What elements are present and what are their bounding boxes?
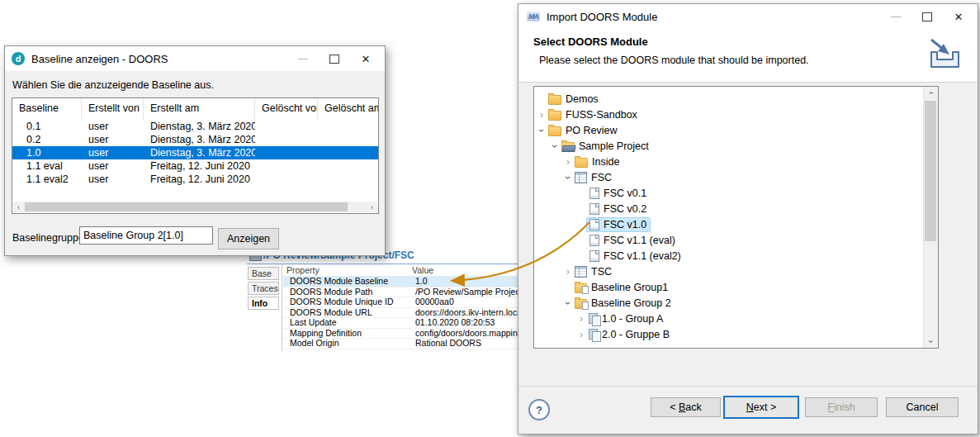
column-header-erstellt-am: Erstellt am: [144, 98, 255, 120]
baseline-set-icon: [589, 313, 598, 324]
maximize-icon[interactable]: [319, 48, 350, 69]
close-icon[interactable]: ✕: [943, 6, 974, 27]
tree-item-tsc[interactable]: › TSC: [534, 264, 924, 279]
property-row-baseline[interactable]: DOORS Module Baseline 1.0: [283, 276, 520, 287]
tree-item-fsc-v11-eval[interactable]: FSC v1.1 (eval): [534, 232, 924, 248]
import-module-icon: [925, 34, 963, 74]
baseline-anzeigen-dialog: d Baseline anzeigen - DOORS — ✕ Wählen S…: [4, 45, 386, 256]
chevron-right-icon[interactable]: ›: [575, 329, 587, 340]
column-header-baseline: Baseline: [12, 98, 82, 120]
value-column-header: Value: [412, 265, 520, 276]
scroll-right-icon[interactable]: ›: [367, 202, 377, 212]
baseline-document-icon: [589, 188, 599, 199]
tree-item-fsc[interactable]: › FSC: [534, 169, 924, 185]
doors-app-icon: d: [12, 52, 25, 65]
column-header-geloescht-von: Gelöscht von: [255, 98, 318, 120]
property-row-path[interactable]: DOORS Module Path /PO Review/Sample Proj…: [283, 287, 520, 298]
baseline-group-icon: [575, 299, 587, 309]
baseline-document-icon: [589, 250, 599, 262]
folder-icon: [548, 111, 561, 121]
help-icon[interactable]: ?: [528, 399, 550, 420]
property-row-origin[interactable]: Model Origin Rational DOORS: [283, 338, 520, 349]
property-row-last-update[interactable]: Last Update 01.10.2020 08:20:53: [283, 317, 520, 329]
dialog-titlebar[interactable]: d Baseline anzeigen - DOORS — ✕: [5, 46, 385, 71]
wizard-subheading: Please select the DOORS module that shou…: [539, 55, 809, 66]
doors-module-icon: [575, 266, 587, 278]
tree-item-baseline-group1[interactable]: Baseline Group1: [534, 279, 924, 295]
chevron-right-icon[interactable]: ›: [536, 109, 547, 121]
maximize-icon[interactable]: [911, 6, 943, 27]
folder-icon: [575, 158, 588, 168]
table-horizontal-scrollbar[interactable]: › ›: [13, 202, 377, 212]
baseline-document-icon: [589, 235, 599, 246]
tree-item-demos[interactable]: Demos: [534, 91, 924, 107]
column-header-geloescht-am: Gelöscht am: [318, 98, 378, 120]
baseline-document-icon: [589, 203, 599, 215]
tree-item-fsc-v11-eval2[interactable]: FSC v1.1 (eval2): [534, 248, 924, 264]
tree-item-po-review[interactable]: › PO Review: [534, 122, 924, 138]
tree-item-fsc-v10[interactable]: FSC v1.0: [534, 216, 924, 232]
tree-item-group-a[interactable]: › 1.0 - Group A: [534, 311, 924, 326]
back-button[interactable]: < Back: [651, 397, 721, 417]
chevron-right-icon[interactable]: ›: [562, 266, 574, 278]
minimize-icon[interactable]: —: [880, 6, 911, 27]
wizard-header: Select DOORS Module Please select the DO…: [518, 29, 978, 83]
cancel-button[interactable]: Cancel: [886, 397, 959, 417]
property-row-unique-id[interactable]: DOORS Module Unique ID 00000aa0: [283, 297, 520, 308]
tree-item-fuss-sandbox[interactable]: › FUSS-Sandbox: [534, 107, 924, 122]
baseline-set-icon: [589, 329, 598, 340]
tree-item-sample-project[interactable]: › Sample Project: [534, 138, 924, 154]
tab-traces[interactable]: Traces: [248, 282, 279, 295]
baseline-table-header: Baseline Erstellt von Erstellt am Gelösc…: [12, 98, 378, 120]
scrollbar-thumb[interactable]: [925, 101, 936, 241]
baseline-row-11-eval[interactable]: 1.1 eval user Freitag, 12. Juni 2020: [12, 159, 378, 173]
property-column-header: Property: [283, 265, 412, 276]
wizard-titlebar[interactable]: MA Import DOORS Module — ✕: [518, 4, 978, 29]
tree-item-fsc-v01[interactable]: FSC v0.1: [534, 185, 924, 201]
tab-base[interactable]: Base: [248, 267, 279, 280]
import-doors-module-window: MA Import DOORS Module — ✕ Select DOORS …: [518, 3, 978, 435]
property-row-url[interactable]: DOORS Module URL doors://doors.ikv-inter…: [283, 307, 520, 319]
tree-item-inside[interactable]: › Inside: [534, 154, 924, 169]
baseline-row-02[interactable]: 0.2 user Dienstag, 3. März 2020: [12, 133, 378, 146]
baseline-document-icon: [589, 219, 599, 230]
baselinegruppe-field[interactable]: [79, 226, 213, 245]
chevron-down-icon[interactable]: ›: [562, 297, 574, 309]
close-icon[interactable]: ✕: [350, 48, 381, 69]
property-row-mapping[interactable]: Mapping Definition config/doors/doors.ma…: [283, 328, 520, 340]
next-button[interactable]: Next >: [723, 396, 799, 419]
chevron-down-icon[interactable]: ›: [536, 125, 547, 136]
dialog-window-title: Baseline anzeigen - DOORS: [31, 53, 168, 65]
scrollbar-thumb[interactable]: [25, 202, 348, 211]
column-header-erstellt-von: Erstellt von: [82, 98, 144, 120]
minimize-icon[interactable]: —: [287, 48, 319, 69]
project-folder-icon: [561, 142, 575, 152]
baseline-row-10-selected[interactable]: 1.0 user Dienstag, 3. März 2020: [12, 146, 378, 159]
finish-button[interactable]: Finish: [805, 397, 878, 417]
properties-panel: /PO Review/Sample Project/FSC Base Trace…: [247, 247, 520, 351]
tab-divider: [282, 264, 282, 351]
anzeigen-button[interactable]: Anzeigen: [218, 228, 279, 249]
chevron-down-icon[interactable]: ›: [549, 140, 561, 152]
folder-icon: [548, 126, 561, 136]
tree-vertical-scrollbar[interactable]: › ›: [923, 87, 938, 348]
baseline-row-11-eval2[interactable]: 1.1 eval2 user Freitag, 12. Juni 2020: [12, 173, 378, 186]
tree-item-gruppe-b[interactable]: › 2.0 - Gruppe B: [534, 326, 924, 342]
scroll-left-icon[interactable]: ›: [13, 202, 24, 212]
baseline-group-icon: [575, 283, 587, 293]
baseline-row-01[interactable]: 0.1 user Dienstag, 3. März 2020: [12, 120, 378, 133]
tree-item-fsc-v02[interactable]: FSC v0.2: [534, 201, 924, 216]
property-table-header: Property Value: [283, 265, 520, 277]
chevron-down-icon[interactable]: ›: [562, 172, 574, 183]
tab-info[interactable]: Info: [248, 297, 279, 310]
screenshot-stage: /PO Review/Sample Project/FSC Base Trace…: [0, 0, 980, 437]
chevron-right-icon[interactable]: ›: [562, 156, 574, 168]
scroll-up-icon[interactable]: ›: [925, 87, 937, 100]
doors-module-tree: Demos › FUSS-Sandbox › PO Review › Sampl…: [533, 86, 939, 349]
baselinegruppe-label: Baselinegruppe:: [12, 232, 87, 244]
tree-item-baseline-group2[interactable]: › Baseline Group 2: [534, 295, 924, 311]
scroll-down-icon[interactable]: ›: [925, 335, 937, 349]
wizard-heading: Select DOORS Module: [533, 36, 648, 48]
magicdraw-app-icon: MA: [527, 12, 540, 21]
chevron-right-icon[interactable]: ›: [575, 313, 587, 325]
